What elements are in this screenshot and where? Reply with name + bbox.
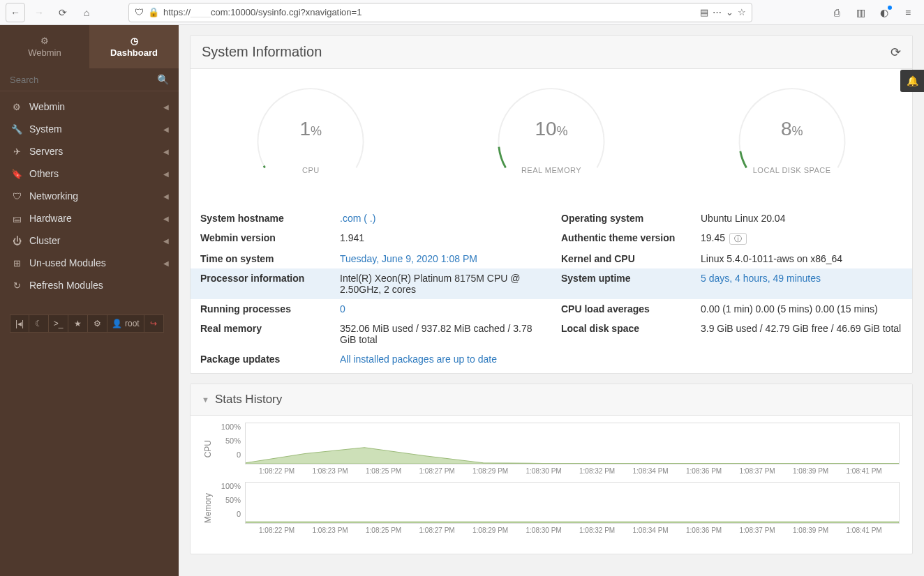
tab-webmin[interactable]: ⚙ Webmin	[0, 25, 89, 68]
sidebar-item-networking[interactable]: 🛡Networking◀	[0, 185, 179, 207]
settings-button[interactable]: ⚙	[88, 314, 107, 333]
user-icon: 👤	[112, 319, 122, 328]
favorites-button[interactable]: ★	[68, 314, 88, 333]
chart-area[interactable]	[245, 482, 900, 524]
tab-dashboard-label: Dashboard	[110, 47, 158, 58]
info-value[interactable]: Tuesday, June 9, 2020 1:08 PM	[340, 253, 542, 264]
nav-icon: ⏻	[10, 236, 24, 246]
logout-button[interactable]: ↪	[144, 314, 164, 333]
refresh-button[interactable]: ⟳	[891, 45, 901, 60]
notifications-button[interactable]: 🔔	[900, 70, 924, 92]
user-label: root	[125, 319, 140, 328]
night-mode-button[interactable]: ☾	[29, 314, 49, 333]
info-grid: System hostname.com ( .)Operating system…	[191, 204, 912, 373]
gauge-label: LOCAL DISK SPACE	[753, 166, 831, 174]
info-value: Linux 5.4.0-1011-aws on x86_64	[701, 253, 902, 264]
home-button[interactable]: ⌂	[77, 3, 96, 22]
nav-icon: ✈	[10, 146, 24, 157]
chart-area[interactable]	[245, 423, 900, 464]
nav-label: Servers	[29, 146, 63, 157]
sidebar-item-others[interactable]: 🔖Others◀	[0, 162, 179, 185]
sidebar-item-un-used-modules[interactable]: ⊞Un-used Modules◀	[0, 252, 179, 274]
nav-icon: ↻	[10, 280, 24, 291]
info-key: Running processes	[200, 303, 340, 314]
chart-yticks: 100%50%0	[217, 423, 245, 464]
chevron-left-icon: ◀	[163, 148, 169, 156]
stats-header[interactable]: ▼ Stats History	[191, 384, 912, 416]
info-key: Time on system	[200, 253, 340, 264]
account-icon[interactable]: ◐	[874, 3, 895, 22]
info-value: 0.00 (1 min) 0.00 (5 mins) 0.00 (15 mins…	[701, 303, 902, 314]
chevron-left-icon: ◀	[163, 259, 169, 267]
panel-title: System Information	[202, 44, 322, 60]
stats-history-panel: ▼ Stats History CPU 100%50%0 1:08:22 PM1…	[190, 384, 913, 554]
nav-icon: 🔧	[10, 124, 24, 135]
info-row: Webmin version1.941Authentic theme versi…	[191, 228, 912, 249]
main-content: System Information ⟳ 1% CPU 10% REAL MEM…	[179, 25, 924, 576]
forward-button: →	[29, 3, 49, 22]
chart-ylabel: CPU	[203, 440, 217, 457]
info-row: Time on systemTuesday, June 9, 2020 1:08…	[191, 249, 912, 268]
info-key: System uptime	[561, 273, 701, 284]
info-value: 352.06 MiB used / 937.82 MiB cached / 3.…	[340, 323, 542, 345]
collapse-sidebar-button[interactable]: |◂|	[10, 314, 29, 333]
chevron-left-icon: ◀	[163, 192, 169, 200]
user-button[interactable]: 👤root	[107, 314, 144, 333]
info-value[interactable]: .com ( .)	[340, 213, 542, 224]
sidebar-item-system[interactable]: 🔧System◀	[0, 118, 179, 140]
reader-icon[interactable]: ▤	[700, 7, 708, 17]
info-value[interactable]: All installed packages are up to date	[340, 354, 542, 365]
info-row: Running processes0CPU load averages0.00 …	[191, 299, 912, 319]
terminal-button[interactable]: >_	[49, 314, 68, 333]
star-icon[interactable]: ☆	[738, 7, 746, 17]
info-value: 19.45ⓘ	[701, 232, 902, 245]
info-value: Ubuntu Linux 20.04	[701, 213, 902, 224]
gauge-value: 10%	[535, 118, 567, 140]
chevron-left-icon: ◀	[163, 126, 169, 133]
sidebar-item-cluster[interactable]: ⏻Cluster◀	[0, 229, 179, 252]
nav-icon: ⊞	[10, 258, 24, 268]
nav-label: Webmin	[29, 101, 65, 112]
hamburger-icon[interactable]: ≡	[897, 3, 918, 22]
pocket-icon[interactable]: ⌄	[726, 7, 733, 17]
info-badge-icon[interactable]: ⓘ	[729, 233, 747, 245]
info-value[interactable]: 5 days, 4 hours, 49 minutes	[701, 273, 902, 284]
chevron-left-icon: ◀	[163, 215, 169, 222]
info-key: Real memory	[200, 323, 340, 334]
search-icon[interactable]: 🔍	[157, 74, 169, 85]
info-key: Local disk space	[561, 323, 701, 334]
gauge-cpu: 1% CPU	[191, 79, 431, 197]
info-row: System hostname.com ( .)Operating system…	[191, 209, 912, 228]
lock-icon: 🔒	[148, 7, 159, 17]
info-key: Package updates	[200, 354, 340, 365]
search-input[interactable]	[10, 75, 157, 85]
panel-header: System Information ⟳	[191, 36, 912, 69]
sidebar-item-webmin[interactable]: ⚙Webmin◀	[0, 96, 179, 118]
chart-ylabel: Memory	[203, 493, 217, 523]
gauge-local-disk-space: 8% LOCAL DISK SPACE	[671, 79, 912, 197]
url-bar[interactable]: 🛡 🔒 https://____com:10000/sysinfo.cgi?xn…	[128, 3, 752, 22]
nav-label: Networking	[29, 190, 78, 202]
nav-label: Hardware	[29, 213, 72, 224]
more-icon[interactable]: ⋯	[713, 7, 722, 17]
gauge-value: 8%	[781, 118, 803, 140]
library-icon[interactable]: ⎙	[826, 3, 847, 22]
chart-yticks: 100%50%0	[217, 482, 245, 524]
sidebar-item-servers[interactable]: ✈Servers◀	[0, 140, 179, 162]
gauge-label: CPU	[302, 166, 320, 174]
sidebar-icon[interactable]: ▥	[850, 3, 871, 22]
gauge-real-memory: 10% REAL MEMORY	[431, 79, 672, 197]
info-value: 1.941	[340, 232, 542, 243]
sidebar-item-hardware[interactable]: 🖴Hardware◀	[0, 207, 179, 229]
gauges-row: 1% CPU 10% REAL MEMORY 8% LOCAL DISK SPA…	[191, 69, 912, 204]
info-key: Authentic theme version	[561, 232, 701, 243]
sidebar-item-refresh-modules[interactable]: ↻Refresh Modules	[0, 274, 179, 296]
info-value[interactable]: 0	[340, 303, 542, 314]
tab-dashboard[interactable]: ◷ Dashboard	[89, 25, 179, 68]
chart-cpu: CPU 100%50%0 1:08:22 PM1:08:23 PM1:08:25…	[203, 423, 900, 475]
chevron-down-icon: ▼	[202, 395, 209, 404]
browser-toolbar: ← → ⟳ ⌂ 🛡 🔒 https://____com:10000/sysinf…	[0, 0, 924, 25]
back-button[interactable]: ←	[6, 3, 25, 22]
sidebar: ⚙ Webmin ◷ Dashboard 🔍 ⚙Webmin◀🔧System◀✈…	[0, 25, 179, 576]
reload-button[interactable]: ⟳	[53, 3, 73, 22]
